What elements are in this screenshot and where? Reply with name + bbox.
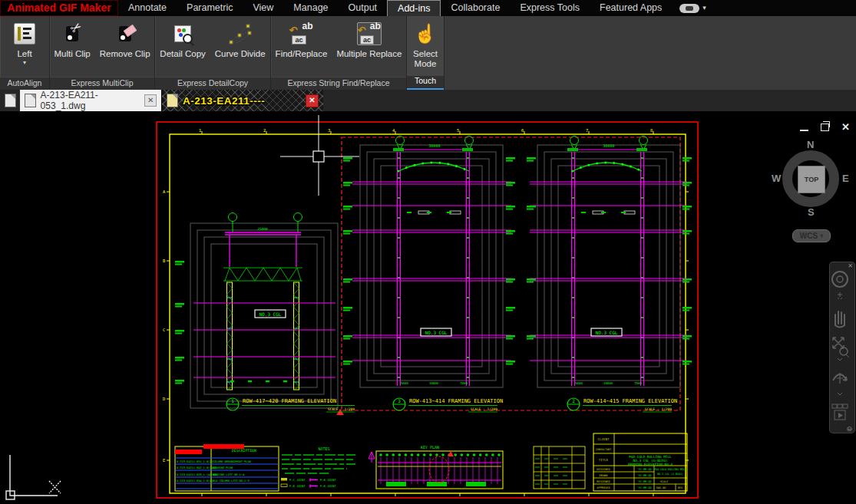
frame-row-label: A <box>163 189 166 194</box>
multi-clip-icon: ✂ <box>66 26 78 41</box>
drawn-label: DRAWN <box>600 474 608 477</box>
find-replace-button[interactable]: ab↷ ac Find/Replace <box>273 18 330 61</box>
zoom-icon[interactable] <box>830 333 850 361</box>
left-button[interactable]: Left ▾ <box>12 18 38 68</box>
remove-clip-button[interactable]: Remove Clip <box>97 18 153 61</box>
detail-bubble: 2 <box>572 398 575 404</box>
frame-col-label: 8 <box>650 128 653 133</box>
minimize-icon[interactable] <box>800 130 808 131</box>
table-header: DESCRIPTION <box>232 449 256 453</box>
find-replace-icon: ab↷ ac <box>289 23 312 44</box>
tab-annotate[interactable]: Annotate <box>118 0 177 16</box>
curve-divide-button[interactable]: Curve Divide <box>213 18 268 61</box>
tab-add-ins[interactable]: Add-ins <box>387 0 441 16</box>
tab-output[interactable]: Output <box>339 0 388 16</box>
client-label: CLIENT <box>597 437 610 441</box>
detail-bubble: 1 <box>231 398 234 404</box>
table-cell: BRACING LIST NO.1~4 <box>213 473 244 476</box>
pan-hand-icon[interactable] <box>830 307 850 330</box>
frame-row-label: C <box>163 328 165 332</box>
title-label: TITLE <box>599 458 609 462</box>
unit-tag: NO.3 CGL <box>425 330 448 335</box>
curve-divide-icon <box>229 23 252 44</box>
file-tab-2-active[interactable]: A-213-EA211---- ✕ <box>161 90 323 111</box>
file-tab-1[interactable]: A-213-EA211-053_1.dwg ✕ <box>20 90 161 111</box>
tab-featured-apps[interactable]: Featured Apps <box>590 0 672 16</box>
consultant-label: CONSULTANT <box>596 448 611 451</box>
elevation-right: 30000 NO.3 CGL 9000 30000 7000 2 ROW-414… <box>527 137 692 413</box>
group-express-findreplace: ab↷ ac Find/Replace ab↷ ac Multiple Repl… <box>271 16 407 90</box>
group-label-findreplace: Express String Find/Replace <box>271 77 406 90</box>
table-cell: BLD COLUMN LIST NO.1~3 <box>213 479 250 483</box>
frame-col-label: 5 <box>457 128 459 133</box>
viewcube-top-face[interactable]: TOP <box>798 166 825 193</box>
ribbon-display-toggle[interactable]: ▾ <box>679 4 706 13</box>
reviewed-label: REVIEWED <box>597 480 610 483</box>
ribbon-tab-bar: Animated GIF Maker Annotate Parametric V… <box>0 0 856 16</box>
drawing-canvas[interactable]: 1 2 3 4 5 6 7 8 A B C D E 25000 <box>0 111 856 504</box>
tab-view[interactable]: View <box>243 0 283 16</box>
tab-manage[interactable]: Manage <box>283 0 338 16</box>
ucs-icon <box>6 455 61 499</box>
remove-clip-icon <box>119 26 131 41</box>
orbit-icon[interactable] <box>830 367 850 397</box>
elevation-scale: SCALE : 1/200 <box>645 407 673 411</box>
unit-tag: NO.3 CGL <box>596 330 618 335</box>
group-label-autoalign: AutoAlign <box>0 77 49 90</box>
frame-col-label: 6 <box>521 128 524 133</box>
table-cell: A-213-EA211-054_1-0(4) <box>177 479 213 483</box>
table-cell: COLUMN ARRANGEMENT PLAN <box>213 460 251 463</box>
multiple-replace-icon: ab↷ ac <box>357 22 382 45</box>
select-mode-button[interactable]: ☝ Select Mode <box>411 18 440 71</box>
date-cell: 'YY.MM.DD <box>636 486 651 489</box>
legend-item: P.C JOINT <box>289 478 306 482</box>
scale-label: SCALE <box>660 480 668 483</box>
close-icon[interactable]: ✕ <box>841 122 850 132</box>
revision-table <box>534 446 585 489</box>
elevation-title: ROW-417~420 FRAMING ELEVATION <box>243 398 336 404</box>
drawing-list-table: DESCRIPTION A-213-EA211-051_1-0(2) COLUM… <box>175 444 279 491</box>
viewcube-south[interactable]: S <box>808 206 815 218</box>
dwg-file-icon[interactable] <box>0 90 20 111</box>
legend-item: P.B JOINT <box>320 478 336 482</box>
viewcube-east[interactable]: E <box>842 173 849 184</box>
minimize-icon[interactable]: ⊖ <box>846 425 852 433</box>
detail-copy-button[interactable]: Detail Copy <box>157 18 207 61</box>
key-plan: KEY PLAN <box>369 445 503 489</box>
dim-text: 30000 <box>603 381 613 385</box>
camera-icon <box>679 4 699 13</box>
drawing-sheet[interactable]: 1 2 3 4 5 6 7 8 A B C D E 25000 <box>0 111 856 504</box>
detail-bubble: 3 <box>398 398 401 404</box>
close-icon[interactable]: ✕ <box>306 94 319 107</box>
align-left-icon <box>14 23 35 44</box>
frame-col-label: 1 <box>199 128 201 133</box>
showmotion-icon[interactable] <box>830 402 850 427</box>
frame-col-label: 3 <box>328 128 330 133</box>
title-block: CLIENT CONSULTANT TITLE P&D COLD ROLLING… <box>593 433 687 491</box>
frame-row-label: B <box>163 259 166 263</box>
navigation-wheel-icon[interactable] <box>830 268 850 299</box>
dim-text: 30000 <box>429 381 439 385</box>
dim-text: 30000 <box>428 143 440 148</box>
notes-block: NOTES P.C JOINT F.B JOINT P.B JOINT F.B … <box>281 446 355 488</box>
tab-parametric[interactable]: Parametric <box>177 0 243 16</box>
wcs-dropdown[interactable]: WCS ▾ <box>792 229 831 242</box>
close-icon[interactable]: ✕ <box>144 94 157 107</box>
window-controls: ✕ <box>800 122 850 132</box>
multi-clip-button[interactable]: ✂ Multi Clip <box>51 18 92 61</box>
viewcube-west[interactable]: W <box>772 173 781 184</box>
legend-item: F.B JOINT <box>289 484 306 488</box>
group-label-multiclip: Express MultiClip <box>50 77 154 90</box>
group-express-detailcopy: Detail Copy Curve Divide Express DetailC… <box>155 16 271 90</box>
info-line: P&D COLD ROLLING MILL <box>654 468 686 471</box>
viewcube-north[interactable]: N <box>807 139 814 150</box>
table-cell: A-213-EA211-051_1-0(2) <box>177 460 213 463</box>
gifmaker-overlay-title: Animated GIF Maker <box>0 0 118 16</box>
tab-collaborate[interactable]: Collaborate <box>441 0 510 16</box>
restore-icon[interactable] <box>821 124 829 131</box>
multiple-replace-button[interactable]: ab↷ ac Multiple Replace <box>334 18 404 61</box>
sheet-border: 1 2 3 4 5 6 7 8 A B C D E <box>157 122 698 498</box>
tab-express-tools[interactable]: Express Tools <box>510 0 590 16</box>
group-touch: ☝ Select Mode Touch <box>407 16 445 90</box>
chevron-down-icon: ▾ <box>702 5 706 12</box>
